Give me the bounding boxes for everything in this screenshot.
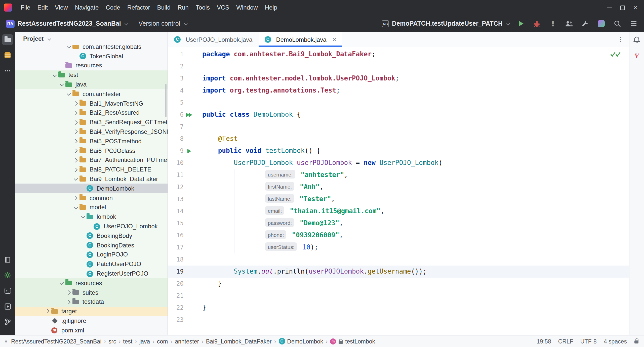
debug-button[interactable] (532, 19, 541, 28)
search-everywhere-icon[interactable] (613, 19, 622, 28)
code-line-9[interactable]: 9 public void testLombok() { (168, 145, 629, 157)
chevron-right-icon[interactable] (72, 147, 79, 154)
code-line-13[interactable]: 13 lastName: "Tester", (168, 193, 629, 205)
code-line-16[interactable]: 16 phone: "0939206009", (168, 229, 629, 241)
code-line-12[interactable]: 12 firstName: "Anh", (168, 181, 629, 193)
code-line-6[interactable]: 6public class DemoLombok { (168, 109, 629, 121)
chevron-right-icon[interactable] (72, 128, 79, 135)
project-panel-header[interactable]: Project (15, 32, 168, 45)
chevron-down-icon[interactable] (58, 280, 65, 287)
code-with-me-users-icon[interactable] (565, 19, 574, 28)
menu-edit[interactable]: Edit (34, 2, 51, 13)
menu-build[interactable]: Build (154, 2, 174, 13)
tree-item-Bai8_PATCH_DELETE[interactable]: Bai8_PATCH_DELETE (15, 165, 168, 175)
run-gutter-icon[interactable] (185, 145, 194, 157)
menu-tools[interactable]: Tools (192, 2, 213, 13)
main-menu-icon[interactable] (629, 19, 638, 28)
breadcrumb-src[interactable]: src (108, 338, 116, 344)
git-tool-button[interactable] (2, 316, 13, 327)
tree-item-BookingBody[interactable]: CBookingBody (15, 231, 168, 241)
tree-item-Bai1_MavenTestNG[interactable]: Bai1_MavenTestNG (15, 99, 168, 108)
tree-item-resources[interactable]: resources (15, 61, 168, 70)
chevron-down-icon[interactable] (65, 91, 72, 98)
project-tool-window-button[interactable] (2, 34, 13, 45)
tree-item-PatchUserPOJO[interactable]: CPatchUserPOJO (15, 259, 168, 269)
menu-code[interactable]: Code (102, 2, 124, 13)
documentation-tool-button[interactable] (2, 254, 13, 265)
vcs-widget[interactable]: Version control (139, 20, 187, 27)
ai-assistant-icon[interactable] (597, 19, 606, 28)
code-line-17[interactable]: 17 userStatus: 10); (168, 241, 629, 253)
minimize-button[interactable] (603, 2, 616, 13)
tree-item-pom.xml[interactable]: mpom.xml (15, 326, 168, 335)
chevron-down-icon[interactable] (51, 72, 58, 79)
tab-DemoLombok.java[interactable]: CDemoLombok.java× (258, 32, 342, 47)
write-access-button[interactable] (634, 338, 639, 344)
chevron-down-icon[interactable] (58, 81, 65, 88)
status-UTF-8[interactable]: UTF-8 (580, 338, 597, 344)
tree-item-model[interactable]: model (15, 203, 168, 212)
code-line-8[interactable]: 8 @Test (168, 133, 629, 145)
close-tab-icon[interactable]: × (333, 36, 336, 43)
code-line-3[interactable]: 3import com.anhtester.model.lombok.UserP… (168, 72, 629, 84)
code-line-19[interactable]: 19 System.out.println(userPOJOLombok.get… (168, 266, 629, 278)
code-line-22[interactable]: 22} (168, 302, 629, 314)
chevron-down-icon[interactable] (72, 176, 79, 183)
wrench-icon[interactable] (581, 19, 590, 28)
code-line-14[interactable]: 14 email: "thaian.it15@gmail.com", (168, 205, 629, 217)
code-line-7[interactable]: 7 (168, 121, 629, 133)
code-line-21[interactable]: 21 (168, 290, 629, 302)
menu-vcs[interactable]: VCS (213, 2, 233, 13)
code-line-23[interactable]: 23 (168, 314, 629, 326)
breadcrumb-testLombok[interactable]: mtestLombok (330, 338, 375, 344)
code-line-10[interactable]: 10 UserPOJO_Lombok userPOJOLombok = new … (168, 157, 629, 169)
intellij-logo-icon[interactable] (4, 4, 12, 12)
close-button[interactable]: × (629, 2, 642, 13)
chevron-right-icon[interactable] (72, 166, 79, 173)
chevron-down-icon[interactable] (79, 213, 87, 220)
tree-item-com.anhtester[interactable]: com.anhtester (15, 89, 168, 99)
tree-item-testdata[interactable]: testdata (15, 297, 168, 307)
chevron-down-icon[interactable] (72, 204, 79, 211)
tree-item-TokenGlobal[interactable]: CTokenGlobal (15, 52, 168, 61)
tree-item-DemoLombok[interactable]: CDemoLombok (15, 184, 168, 193)
tab-options-button[interactable]: ⋮ (617, 32, 629, 47)
breadcrumb-RestAssuredTestNG2023_SoanBai[interactable]: RestAssuredTestNG2023_SoanBai (11, 338, 101, 344)
maximize-button[interactable] (616, 2, 629, 13)
services-tool-button[interactable] (2, 301, 13, 312)
tab-UserPOJO_Lombok.java[interactable]: CUserPOJO_Lombok.java (168, 32, 258, 47)
breadcrumb-java[interactable]: java (139, 338, 150, 344)
menu-window[interactable]: Window (233, 2, 261, 13)
chevron-right-icon[interactable] (72, 138, 79, 145)
v-plugin-icon[interactable]: V (634, 52, 639, 60)
project-widget[interactable]: RA RestAssuredTestNG2023_SoanBai (6, 19, 128, 28)
breadcrumb-test[interactable]: test (123, 338, 132, 344)
code-editor[interactable]: 1package com.anhtester.Bai9_Lombok_DataF… (168, 47, 629, 335)
menu-refactor[interactable]: Refactor (124, 2, 154, 13)
run-configuration-selector[interactable]: NG DemoPATCH.testUpdateUser_PATCH (382, 20, 509, 27)
breadcrumb-Bai9_Lombok_DataFaker[interactable]: Bai9_Lombok_DataFaker (206, 338, 272, 344)
tree-scrollbar[interactable] (165, 84, 167, 117)
menu-help[interactable]: Help (261, 2, 281, 13)
tree-item-Bai3_SendRequest_GETmethod[interactable]: Bai3_SendRequest_GETmethod (15, 118, 168, 127)
tree-item-resources[interactable]: resources (15, 278, 168, 288)
tree-item-Bai6_POJOclass[interactable]: Bai6_POJOclass (15, 146, 168, 156)
terminal-tool-button[interactable]: >_ (2, 285, 13, 296)
tree-item-BookingDates[interactable]: CBookingDates (15, 240, 168, 250)
chevron-right-icon[interactable] (44, 308, 51, 315)
tree-item-RegisterUserPOJO[interactable]: CRegisterUserPOJO (15, 269, 168, 278)
tree-item-suites[interactable]: suites (15, 288, 168, 297)
code-line-18[interactable]: 18 (168, 253, 629, 266)
menu-file[interactable]: File (17, 2, 34, 13)
code-line-4[interactable]: 4import org.testng.annotations.Test; (168, 84, 629, 97)
chevron-right-icon[interactable] (72, 109, 79, 116)
tree-item-test[interactable]: test (15, 70, 168, 80)
menu-view[interactable]: View (51, 2, 71, 13)
chevron-right-icon[interactable] (72, 194, 79, 201)
inspections-widget[interactable] (610, 51, 622, 59)
run-button[interactable] (516, 19, 525, 28)
status-19:58[interactable]: 19:58 (537, 338, 551, 344)
tree-item-lombok[interactable]: lombok (15, 212, 168, 222)
tree-item-Bai5_POSTmethod[interactable]: Bai5_POSTmethod (15, 137, 168, 146)
more-actions-icon[interactable]: ⋮ (548, 19, 557, 28)
